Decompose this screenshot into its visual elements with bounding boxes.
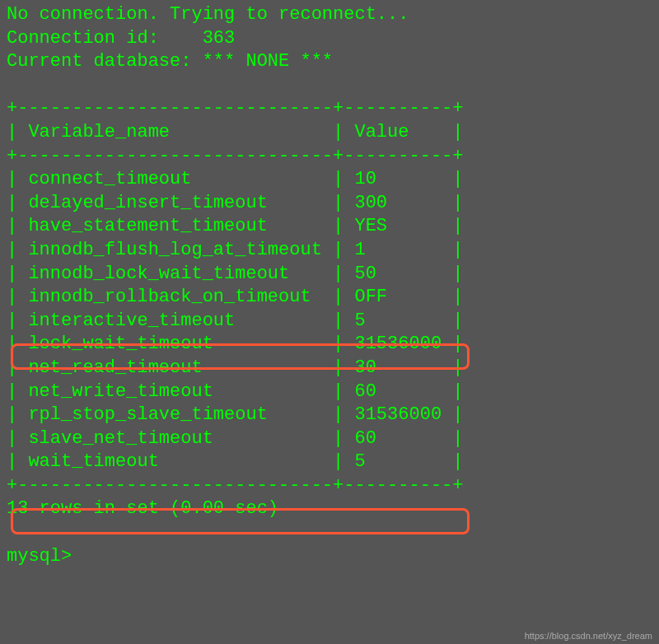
table-row: | innodb_lock_wait_timeout | 50 | — [7, 263, 652, 287]
table-header: | Variable_name | Value | — [7, 121, 652, 145]
rows-summary: 13 rows in set (0.00 sec) — [7, 497, 652, 521]
table-row: | have_statement_timeout | YES | — [7, 215, 652, 239]
blank-line-2 — [7, 521, 652, 545]
watermark: https://blog.csdn.net/xyz_dream — [525, 631, 652, 641]
table-row: | connect_timeout | 10 | — [7, 168, 652, 192]
table-row: | innodb_rollback_on_timeout | OFF | — [7, 286, 652, 310]
table-row: | rpl_stop_slave_timeout | 31536000 | — [7, 404, 652, 427]
table-row: | delayed_insert_timeout | 300 | — [7, 192, 652, 216]
table-border-bottom: +-----------------------------+---------… — [7, 474, 652, 498]
status-reconnect: No connection. Trying to reconnect... — [7, 3, 652, 27]
table-row: | net_read_timeout | 30 | — [7, 357, 652, 380]
mysql-prompt[interactable]: mysql> — [7, 545, 652, 569]
table-rows: | connect_timeout | 10 || delayed_insert… — [7, 168, 652, 474]
table-row: | interactive_timeout | 5 | — [7, 310, 652, 334]
table-row: | innodb_flush_log_at_timeout | 1 | — [7, 239, 652, 263]
status-current-db: Current database: *** NONE *** — [7, 50, 652, 74]
table-row: | slave_net_timeout | 60 | — [7, 427, 652, 451]
table-row: | wait_timeout | 5 | — [7, 450, 652, 474]
status-connection-id: Connection id: 363 — [7, 27, 652, 51]
blank-line — [7, 74, 652, 98]
table-row: | lock_wait_timeout | 31536000 | — [7, 333, 652, 357]
table-border-header: +-----------------------------+---------… — [7, 145, 652, 169]
table-row: | net_write_timeout | 60 | — [7, 380, 652, 404]
table-border-top: +-----------------------------+---------… — [7, 97, 652, 121]
